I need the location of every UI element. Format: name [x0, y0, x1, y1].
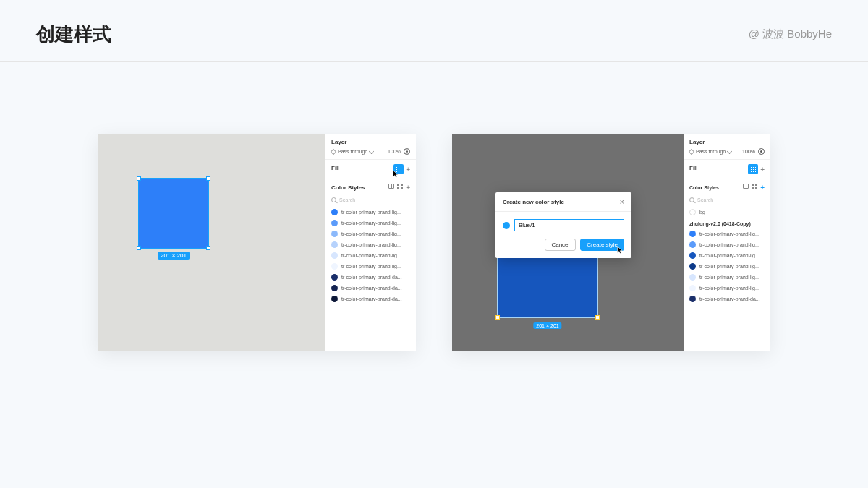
- swatch-icon: [689, 252, 696, 259]
- resize-handle-bl[interactable]: [495, 315, 500, 320]
- swatch-icon: [331, 220, 338, 226]
- swatch-icon: [331, 296, 338, 302]
- library-icon[interactable]: [743, 184, 749, 189]
- style-label: tr-color-primary-brand-da...: [341, 286, 402, 291]
- style-item[interactable]: tr-color-primary-brand-lig...: [684, 228, 770, 239]
- create-style-button[interactable]: Create style: [580, 239, 624, 251]
- cursor-icon: [616, 246, 625, 256]
- modal-title: Create new color style: [503, 199, 564, 205]
- swatch-icon: [331, 241, 338, 248]
- style-item[interactable]: tr-color-primary-brand-da...: [326, 272, 416, 283]
- fill-section-title: Fill: [331, 165, 340, 171]
- color-styles-header: Color Styles +: [326, 179, 416, 196]
- blend-row: Pass through 100%: [689, 148, 765, 155]
- style-item[interactable]: tr-color-primary-brand-lig...: [684, 283, 770, 294]
- search-icon: [331, 197, 336, 202]
- swatch-icon: [331, 231, 338, 237]
- opacity-value[interactable]: 100%: [742, 149, 755, 154]
- swatch-icon: [689, 231, 696, 237]
- style-label: bg: [699, 210, 705, 215]
- fill-section: Fill +: [326, 160, 416, 179]
- fill-section: Fill +: [684, 160, 770, 179]
- resize-handle-tl[interactable]: [137, 176, 141, 181]
- blend-mode-select[interactable]: Pass through: [689, 149, 731, 154]
- add-style-button[interactable]: +: [406, 184, 410, 192]
- style-label: tr-color-primary-brand-da...: [341, 275, 402, 280]
- eye-icon[interactable]: [404, 148, 410, 155]
- canvas[interactable]: 201 × 201: [98, 134, 322, 351]
- layer-section-title: Layer: [331, 139, 410, 145]
- chevron-down-icon: [727, 149, 732, 154]
- library-name: zhulong-v2.0 (0418-Copy): [684, 218, 770, 228]
- screenshot-right: 201 × 201 Create new color style × Cance…: [452, 134, 770, 351]
- search-input[interactable]: Search: [697, 197, 713, 202]
- swatch-icon: [689, 263, 696, 270]
- cancel-button[interactable]: Cancel: [545, 239, 576, 251]
- swatch-icon: [689, 274, 696, 281]
- style-name-input[interactable]: [514, 219, 624, 231]
- swatch-icon: [331, 209, 338, 215]
- search-row: Search: [684, 196, 770, 207]
- style-label: tr-color-primary-brand-lig...: [341, 231, 401, 236]
- style-item[interactable]: tr-color-primary-brand-lig...: [326, 261, 416, 272]
- style-list: tr-color-primary-brand-lig...tr-color-pr…: [326, 207, 416, 304]
- style-item[interactable]: tr-color-primary-brand-lig...: [684, 272, 770, 283]
- add-fill-button[interactable]: +: [406, 166, 410, 174]
- style-label: tr-color-primary-brand-lig...: [341, 264, 401, 269]
- style-item[interactable]: tr-color-primary-brand-lig...: [326, 250, 416, 261]
- style-grid-button[interactable]: [748, 164, 758, 174]
- style-item[interactable]: tr-color-primary-brand-lig...: [684, 261, 770, 272]
- style-item[interactable]: tr-color-primary-brand-lig...: [326, 239, 416, 250]
- layer-section: Layer Pass through 100%: [326, 134, 416, 160]
- style-label: tr-color-primary-brand-lig...: [341, 242, 401, 247]
- style-item[interactable]: tr-color-primary-brand-lig...: [684, 239, 770, 250]
- swatch-icon: [689, 285, 696, 291]
- chevron-down-icon: [369, 149, 374, 154]
- resize-handle-bl[interactable]: [137, 246, 141, 250]
- style-item[interactable]: tr-color-primary-brand-lig...: [326, 218, 416, 228]
- search-icon: [689, 197, 694, 202]
- eye-icon[interactable]: [758, 148, 765, 155]
- library-icon[interactable]: [388, 184, 394, 189]
- style-list: tr-color-primary-brand-lig...tr-color-pr…: [684, 228, 770, 304]
- style-grid-button[interactable]: [393, 164, 404, 174]
- credit: @ 波波 BobbyHe: [749, 27, 832, 41]
- grid-view-icon[interactable]: [752, 184, 757, 189]
- grid-view-icon[interactable]: [397, 184, 403, 189]
- search-row: Search: [326, 196, 416, 207]
- content: 201 × 201 Layer Pass through 100%: [0, 62, 868, 351]
- resize-handle-br[interactable]: [206, 246, 210, 250]
- swatch-icon: [331, 285, 338, 291]
- style-label: tr-color-primary-brand-da...: [699, 296, 760, 301]
- style-label: tr-color-primary-brand-lig...: [341, 253, 401, 258]
- selected-rectangle[interactable]: 201 × 201: [138, 178, 209, 249]
- style-item[interactable]: tr-color-primary-brand-da...: [326, 283, 416, 294]
- blend-mode-select[interactable]: Pass through: [331, 149, 373, 154]
- blend-icon: [331, 148, 336, 154]
- style-item[interactable]: tr-color-primary-brand-da...: [684, 294, 770, 304]
- resize-handle-br[interactable]: [595, 315, 600, 320]
- swatch-icon: [331, 263, 338, 270]
- blend-row: Pass through 100%: [331, 148, 410, 155]
- dimension-badge: 201 × 201: [158, 252, 190, 260]
- blend-icon: [689, 148, 694, 154]
- page-title: 创建样式: [36, 22, 111, 47]
- style-label: tr-color-primary-brand-lig...: [699, 242, 760, 247]
- style-item[interactable]: tr-color-primary-brand-da...: [326, 294, 416, 304]
- add-fill-button[interactable]: +: [760, 166, 765, 174]
- resize-handle-tr[interactable]: [206, 176, 210, 181]
- search-input[interactable]: Search: [339, 197, 355, 202]
- style-swatch[interactable]: [503, 222, 510, 229]
- style-item[interactable]: tr-color-primary-brand-lig...: [326, 207, 416, 218]
- swatch-icon: [689, 296, 696, 302]
- create-style-modal: Create new color style × Cancel Create s…: [495, 192, 631, 258]
- swatch-icon: [331, 252, 338, 259]
- style-label: tr-color-primary-brand-lig...: [341, 221, 401, 226]
- style-item[interactable]: tr-color-primary-brand-lig...: [684, 250, 770, 261]
- opacity-value[interactable]: 100%: [388, 149, 401, 154]
- add-style-button[interactable]: +: [760, 184, 765, 192]
- blend-label: Pass through: [696, 149, 726, 154]
- bg-style-item[interactable]: bg: [684, 207, 770, 218]
- close-button[interactable]: ×: [620, 197, 624, 206]
- style-item[interactable]: tr-color-primary-brand-lig...: [326, 228, 416, 239]
